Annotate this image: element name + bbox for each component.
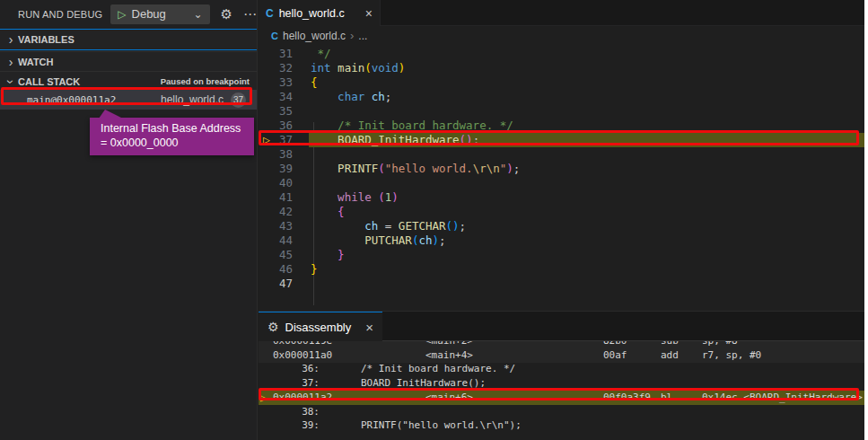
callout-line2: = 0x0000_0000 xyxy=(101,136,254,151)
source-line-text: /* Init board hardware. */ xyxy=(361,362,515,376)
code-text: char ch; xyxy=(293,90,391,104)
page-edge xyxy=(864,0,868,440)
frame-function-name: main@0x000011a2 xyxy=(27,94,161,106)
code-line-33[interactable]: 33{ xyxy=(259,75,864,90)
code-line-32[interactable]: 32int main(void) xyxy=(259,61,864,75)
code-line-42[interactable]: 42 { xyxy=(259,205,864,219)
instruction-mnemonic: add xyxy=(661,348,679,363)
line-number: 45 xyxy=(259,248,293,262)
code-line-31[interactable]: 31 */ xyxy=(259,47,864,61)
disasm-instruction-row[interactable]: 0x000011a0<main+4>00afaddr7, sp, #0 xyxy=(259,348,864,363)
code-line-38[interactable]: 38 xyxy=(259,147,864,162)
call-stack-frame-row[interactable]: main@0x000011a2 hello_world.c 37 xyxy=(0,90,257,110)
token: ) xyxy=(433,233,440,247)
disasm-instruction-row[interactable]: 0x0000119e<main+2>82b0subsp, #8 xyxy=(259,341,864,348)
variables-section-header[interactable]: › VARIABLES xyxy=(0,29,257,50)
start-debug-icon[interactable]: ▷ xyxy=(118,9,126,20)
code-text: BOARD_InitHardware(); xyxy=(293,133,479,147)
code-text xyxy=(293,147,311,162)
disasm-source-row[interactable]: 36:/* Init board hardware. */ xyxy=(259,362,864,376)
source-line-number: 36: xyxy=(280,362,320,376)
token: void xyxy=(372,61,399,75)
call-stack-section-label: CALL STACK xyxy=(18,76,80,87)
editor-tab-strip: C hello_world.c × xyxy=(259,0,864,26)
token: ; xyxy=(439,233,446,247)
close-icon[interactable]: × xyxy=(365,320,373,335)
instruction-opcode: 00af xyxy=(603,348,627,363)
disasm-source-row[interactable]: 37:BOARD_InitHardware(); xyxy=(259,376,864,391)
code-text: { xyxy=(293,205,345,219)
token: ; xyxy=(460,219,467,233)
more-actions-icon[interactable]: ⋯ xyxy=(243,7,257,21)
instruction-symbol: <main+6> xyxy=(425,391,473,405)
code-line-43[interactable]: 43 ch = GETCHAR(); xyxy=(259,219,864,233)
code-text xyxy=(293,277,311,291)
source-line-number: 38: xyxy=(280,405,320,419)
code-line-35[interactable]: 35 xyxy=(259,104,864,119)
code-text: */ xyxy=(293,47,331,61)
token xyxy=(331,61,338,75)
code-text: { xyxy=(293,75,318,90)
close-icon[interactable]: × xyxy=(365,6,373,21)
call-stack-section-header[interactable]: › CALL STACK Paused on breakpoint xyxy=(0,71,257,91)
instruction-symbol: <main+2> xyxy=(425,341,473,348)
chevron-right-icon: › xyxy=(350,29,354,42)
token: PUTCHAR xyxy=(364,233,412,247)
code-line-41[interactable]: 41 while (1) xyxy=(259,190,864,205)
code-line-40[interactable]: 40 xyxy=(259,176,864,190)
watch-section-label: WATCH xyxy=(18,57,54,67)
token xyxy=(311,219,364,233)
chevron-down-icon: › xyxy=(4,75,18,89)
code-line-34[interactable]: 34 char ch; xyxy=(259,90,864,104)
token: ; xyxy=(385,90,392,103)
breadcrumb-file[interactable]: hello_world.c xyxy=(283,30,346,42)
code-text: PRINTF("hello world.\r\n"); xyxy=(293,162,520,176)
code-line-39[interactable]: 39 PRINTF("hello world.\r\n"); xyxy=(259,162,864,176)
chevron-right-icon: › xyxy=(4,32,18,47)
instruction-address: 0x0000119e xyxy=(273,341,332,348)
current-line-arrow-icon: ▷ xyxy=(263,133,270,147)
line-number: 36 xyxy=(259,119,293,133)
token: BOARD_InitHardware xyxy=(338,133,459,146)
code-line-37[interactable]: 37 BOARD_InitHardware(); xyxy=(259,133,864,147)
token: } xyxy=(311,262,318,276)
token: GETCHAR xyxy=(399,219,446,233)
editor-group: C hello_world.c × C hello_world.c › ... … xyxy=(259,0,864,440)
token xyxy=(311,133,338,146)
source-line-text: PRINTF("hello world.\r\n"); xyxy=(361,418,522,433)
line-number: 47 xyxy=(259,277,293,291)
code-line-44[interactable]: 44 PUTCHAR(ch); xyxy=(259,233,864,248)
token: ( xyxy=(378,162,385,175)
panel-tab-label: Disassembly xyxy=(285,321,359,334)
disasm-source-row[interactable]: 38: xyxy=(259,405,864,419)
instruction-operands: sp, #8 xyxy=(702,341,738,348)
flash-address-callout: Internal Flash Base Address = 0x0000_000… xyxy=(90,118,254,155)
chevron-down-icon: ⌄ xyxy=(193,9,202,20)
disasm-source-row[interactable]: 39:PRINTF("hello world.\r\n"); xyxy=(259,418,864,433)
token: while xyxy=(338,190,372,204)
token: { xyxy=(338,205,345,218)
token xyxy=(311,233,364,247)
code-text: int main(void) xyxy=(293,61,405,75)
gear-icon[interactable]: ⚙ xyxy=(221,7,232,21)
code-editor[interactable]: ▷ 31 */32int main(void)33{34 char ch;353… xyxy=(259,45,864,311)
tab-disassembly[interactable]: ⚙ Disassembly × xyxy=(259,312,382,341)
disasm-instruction-row[interactable]: ▷0x000011a2<main+6>00f0a3f9bl0x14ec <BOA… xyxy=(259,391,864,405)
debug-configuration-dropdown[interactable]: ▷ Debug ⌄ xyxy=(110,4,209,24)
token: char xyxy=(338,90,364,103)
code-text: } xyxy=(293,248,345,262)
code-line-36[interactable]: 36 /* Init board hardware. */ xyxy=(259,119,864,133)
token: ; xyxy=(473,133,480,146)
code-text: while (1) xyxy=(293,190,399,205)
instruction-operands: 0x14ec <BOARD_InitHardware> xyxy=(702,391,863,405)
frame-file-name: hello_world.c xyxy=(161,93,224,106)
instruction-operands: r7, sp, #0 xyxy=(702,348,761,363)
code-line-47[interactable]: 47 xyxy=(259,277,864,291)
code-line-46[interactable]: 46} xyxy=(259,262,864,277)
token xyxy=(311,248,338,261)
disassembly-view[interactable]: 0x0000119e<main+2>82b0subsp, #80x000011a… xyxy=(259,341,864,440)
tab-hello-world-c[interactable]: C hello_world.c × xyxy=(259,0,381,26)
code-line-45[interactable]: 45 } xyxy=(259,248,864,262)
watch-section-header[interactable]: › WATCH xyxy=(0,51,257,71)
breadcrumb-symbol[interactable]: ... xyxy=(358,30,367,42)
